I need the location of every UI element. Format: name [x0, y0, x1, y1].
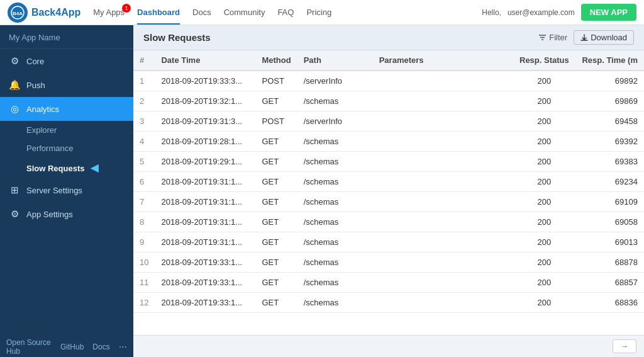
cell-num: 10 [133, 252, 155, 273]
cell-num: 7 [133, 192, 155, 212]
col-header-time: Resp. Time (m [575, 50, 644, 71]
table-footer: → [133, 335, 644, 357]
cell-datetime: 2018-09-20T19:29:1... [155, 152, 255, 172]
footer-more-icon[interactable]: ··· [119, 341, 127, 353]
table-row: 5 2018-09-20T19:29:1... GET /schemas 200… [133, 152, 644, 172]
cell-method: GET [255, 192, 297, 212]
table-row: 8 2018-09-20T19:31:1... GET /schemas 200… [133, 212, 644, 232]
cell-params [373, 192, 513, 212]
cell-num: 12 [133, 293, 155, 313]
cell-path: /schemas [297, 192, 373, 212]
footer-opensource[interactable]: Open Source Hub [6, 338, 52, 356]
filter-icon [538, 33, 547, 42]
push-icon: 🔔 [9, 79, 20, 91]
nav-pricing[interactable]: Pricing [306, 8, 331, 17]
hello-text: Hello, [482, 8, 501, 17]
cell-status: 200 [513, 192, 575, 212]
col-header-num: # [133, 50, 155, 71]
nav-faq[interactable]: FAQ [277, 8, 294, 17]
sidebar-item-app-settings[interactable]: ⚙ App Settings [0, 202, 133, 226]
col-header-method: Method [255, 50, 297, 71]
cell-datetime: 2018-09-20T19:31:3... [155, 111, 255, 132]
cell-params [373, 91, 513, 111]
table-row: 2 2018-09-20T19:32:1... GET /schemas 200… [133, 91, 644, 111]
table-row: 6 2018-09-20T19:31:1... GET /schemas 200… [133, 172, 644, 192]
sidebar-item-push[interactable]: 🔔 Push [0, 73, 133, 97]
cell-path: /schemas [297, 212, 373, 232]
top-nav: B4A Back4App My Apps 1 Dashboard Docs Co… [0, 0, 644, 25]
col-header-path: Path [297, 50, 373, 71]
cell-num: 5 [133, 152, 155, 172]
app-settings-icon: ⚙ [9, 208, 20, 220]
app-name: My App Name [0, 25, 133, 49]
sidebar-sub-performance[interactable]: Performance [0, 139, 133, 157]
nav-docs[interactable]: Docs [192, 8, 211, 17]
cell-params [373, 252, 513, 273]
cell-params [373, 273, 513, 293]
table-row: 12 2018-09-20T19:33:1... GET /schemas 20… [133, 293, 644, 313]
cell-datetime: 2018-09-20T19:31:1... [155, 232, 255, 252]
sidebar-item-core[interactable]: ⚙ Core [0, 49, 133, 73]
table-next-button[interactable]: → [613, 339, 636, 353]
core-icon: ⚙ [9, 55, 20, 67]
sidebar: My App Name ⚙ Core 🔔 Push ◎ Analytics Ex… [0, 25, 133, 357]
nav-dashboard[interactable]: Dashboard [137, 8, 180, 17]
cell-time: 69392 [575, 132, 644, 152]
sidebar-item-server-settings[interactable]: ⊞ Server Settings [0, 178, 133, 202]
analytics-icon: ◎ [9, 103, 20, 115]
footer-bar: Open Source Hub GitHub Docs ··· [0, 337, 133, 357]
cell-status: 200 [513, 111, 575, 132]
sidebar-sub-explorer[interactable]: Explorer [0, 121, 133, 139]
filter-button[interactable]: Filter [538, 33, 567, 42]
cell-path: /schemas [297, 172, 373, 192]
cell-method: GET [255, 232, 297, 252]
nav-links: My Apps 1 Dashboard Docs Community FAQ P… [93, 8, 482, 17]
cell-status: 200 [513, 172, 575, 192]
cell-time: 69234 [575, 172, 644, 192]
cell-method: GET [255, 293, 297, 313]
nav-myapps[interactable]: My Apps 1 [93, 8, 125, 17]
cell-datetime: 2018-09-20T19:31:1... [155, 212, 255, 232]
table-row: 11 2018-09-20T19:33:1... GET /schemas 20… [133, 273, 644, 293]
cell-time: 68836 [575, 293, 644, 313]
nav-right: Hello, user@example.com NEW APP [482, 4, 636, 21]
logo: B4A Back4App [8, 3, 80, 23]
col-header-status: Resp. Status [513, 50, 575, 71]
cell-path: /schemas [297, 232, 373, 252]
cell-time: 69058 [575, 212, 644, 232]
cell-datetime: 2018-09-20T19:33:1... [155, 252, 255, 273]
cell-time: 69013 [575, 232, 644, 252]
table-row: 10 2018-09-20T19:33:1... GET /schemas 20… [133, 252, 644, 273]
cell-params [373, 71, 513, 91]
svg-text:B4A: B4A [13, 11, 23, 16]
cell-time: 69869 [575, 91, 644, 111]
table-row: 4 2018-09-20T19:28:1... GET /schemas 200… [133, 132, 644, 152]
content-area: Slow Requests Filter Download [133, 25, 644, 357]
cell-datetime: 2018-09-20T19:33:3... [155, 71, 255, 91]
download-button[interactable]: Download [574, 30, 634, 45]
nav-community[interactable]: Community [224, 8, 265, 17]
col-header-params: Parameters [373, 50, 513, 71]
cell-params [373, 212, 513, 232]
cell-params [373, 111, 513, 132]
cell-num: 2 [133, 91, 155, 111]
cell-method: GET [255, 273, 297, 293]
cell-datetime: 2018-09-20T19:31:1... [155, 172, 255, 192]
cell-datetime: 2018-09-20T19:31:1... [155, 192, 255, 212]
new-app-button[interactable]: NEW APP [581, 4, 636, 21]
sidebar-sub-slow-requests[interactable]: Slow Requests ◀ [0, 157, 133, 178]
table-container: # Date Time Method Path Parameters Resp.… [133, 50, 644, 335]
cell-num: 9 [133, 232, 155, 252]
cell-method: POST [255, 71, 297, 91]
main-layout: My App Name ⚙ Core 🔔 Push ◎ Analytics Ex… [0, 25, 644, 357]
footer-github[interactable]: GitHub [60, 343, 84, 351]
sidebar-item-analytics[interactable]: ◎ Analytics [0, 97, 133, 121]
table-row: 1 2018-09-20T19:33:3... POST /serverInfo… [133, 71, 644, 91]
logo-text: Back4App [31, 7, 80, 18]
user-name: user@example.com [508, 8, 575, 17]
cell-method: GET [255, 252, 297, 273]
footer-docs[interactable]: Docs [92, 343, 109, 351]
cell-method: POST [255, 111, 297, 132]
cell-num: 4 [133, 132, 155, 152]
table-header-row: # Date Time Method Path Parameters Resp.… [133, 50, 644, 71]
